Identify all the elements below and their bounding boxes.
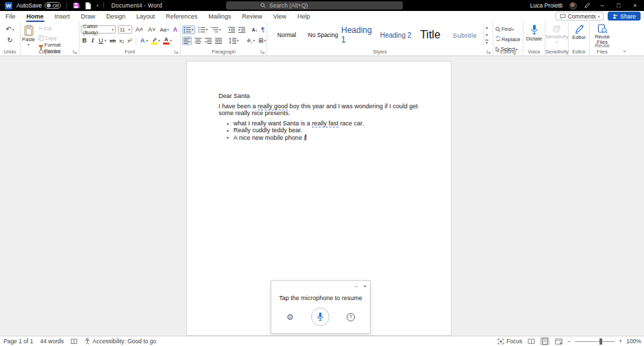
gallery-expand-icon[interactable]: ▼: [485, 40, 488, 45]
editor-button[interactable]: Editor: [570, 23, 588, 40]
word-count[interactable]: 44 words: [40, 338, 64, 345]
highlight-button[interactable]: ▾: [151, 36, 161, 45]
tab-design[interactable]: Design: [101, 11, 131, 22]
shading-button[interactable]: ▾: [245, 36, 256, 45]
gallery-up-icon[interactable]: ▲: [485, 25, 488, 29]
sort-button[interactable]: A↓: [251, 25, 259, 34]
salutation-line[interactable]: Dear Santa: [219, 93, 424, 100]
collapse-ribbon-icon[interactable]: ⌄: [622, 47, 627, 53]
text-effects-button[interactable]: A▾: [139, 36, 149, 45]
font-dialog-launcher[interactable]: [174, 49, 179, 54]
tab-layout[interactable]: Layout: [131, 11, 160, 22]
show-hide-marks-button[interactable]: ¶: [260, 25, 265, 34]
clear-formatting-button[interactable]: A: [171, 25, 179, 34]
tab-mailings[interactable]: Mailings: [203, 11, 236, 22]
popup-close-button[interactable]: ×: [363, 283, 367, 289]
accessibility-status[interactable]: Accessibility: Good to go: [84, 338, 156, 345]
align-right-button[interactable]: [204, 36, 212, 45]
tab-help[interactable]: Help: [292, 11, 316, 22]
close-button[interactable]: ×: [630, 2, 640, 9]
print-layout-button[interactable]: [540, 337, 549, 345]
font-color-button[interactable]: A▾: [162, 36, 173, 45]
avatar[interactable]: [569, 2, 577, 10]
zoom-slider[interactable]: [575, 341, 615, 342]
tab-draw[interactable]: Draw: [75, 11, 101, 22]
grammar-flagged-text[interactable]: really fast: [312, 120, 338, 127]
strikethrough-button[interactable]: ab: [109, 36, 116, 45]
new-document-icon[interactable]: [85, 2, 91, 10]
styles-dialog-launcher[interactable]: [486, 49, 491, 54]
copy-button[interactable]: Copy: [38, 34, 77, 42]
numbering-button[interactable]: ▾: [197, 25, 209, 34]
grow-font-button[interactable]: A˄: [134, 25, 145, 34]
web-layout-button[interactable]: [554, 337, 563, 345]
pen-mode-icon[interactable]: [584, 2, 591, 9]
style-no-spacing[interactable]: No Spacing: [305, 24, 341, 46]
undo-button[interactable]: ↶▾: [5, 25, 15, 34]
intro-paragraph[interactable]: I have been a really good boy this year …: [219, 103, 424, 116]
style-normal[interactable]: Normal: [269, 24, 305, 46]
zoom-level[interactable]: 100%: [626, 338, 641, 345]
tab-insert[interactable]: Insert: [49, 11, 76, 22]
styles-gallery-scroll[interactable]: ▲ ▼ ▼: [483, 24, 490, 46]
qat-customize-icon[interactable]: ▾: [97, 3, 99, 8]
document-text[interactable]: Dear Santa I have been a really good boy…: [219, 93, 424, 141]
read-mode-button[interactable]: [526, 337, 536, 345]
line-spacing-button[interactable]: ▾: [228, 36, 240, 45]
paragraph-dialog-launcher[interactable]: [260, 49, 265, 54]
paste-button[interactable]: Paste ▾: [22, 24, 35, 52]
style-heading-1[interactable]: Heading 1: [341, 24, 377, 46]
list-item[interactable]: • A nice new mobile phone (: [227, 134, 424, 141]
proofing-status[interactable]: [71, 338, 77, 345]
save-icon[interactable]: [73, 2, 79, 9]
zoom-slider-handle[interactable]: [599, 338, 602, 345]
focus-mode-button[interactable]: Focus: [497, 338, 522, 345]
page-indicator[interactable]: Page 1 of 1: [3, 338, 33, 345]
font-family-select[interactable]: Calibri (Body)▾: [81, 25, 116, 34]
bullets-button[interactable]: ▾: [182, 25, 195, 34]
gallery-down-icon[interactable]: ▼: [485, 33, 488, 37]
change-case-button[interactable]: Aa▾: [159, 25, 169, 34]
style-heading-2[interactable]: Heading 2: [377, 24, 414, 46]
redo-button[interactable]: ↻: [6, 36, 13, 45]
find-button[interactable]: Find▾: [495, 25, 521, 34]
zoom-in-button[interactable]: +: [619, 338, 622, 345]
zoom-out-button[interactable]: −: [567, 338, 571, 345]
multilevel-list-button[interactable]: ▾: [210, 25, 222, 34]
superscript-button[interactable]: x²: [127, 36, 133, 45]
minimize-button[interactable]: –: [597, 2, 607, 9]
autosave-control[interactable]: AutoSave Off: [16, 2, 61, 9]
cut-button[interactable]: ✂Cut: [38, 24, 77, 33]
dictation-microphone-button[interactable]: [311, 308, 330, 326]
clipboard-dialog-launcher[interactable]: [73, 49, 77, 54]
style-subtitle[interactable]: Subtitle: [447, 24, 483, 46]
underline-button[interactable]: U▾: [97, 36, 107, 45]
sensitivity-button[interactable]: Sensitivity ▾: [547, 23, 567, 45]
popup-minimize-button[interactable]: –: [355, 283, 358, 289]
word-app-icon[interactable]: W: [5, 2, 12, 10]
search-input[interactable]: Search (Alt+Q): [226, 1, 403, 10]
dictation-popup[interactable]: – × Tap the microphone to resume ⚙ ?: [271, 280, 371, 334]
font-size-select[interactable]: 11▾: [118, 25, 132, 34]
shrink-font-button[interactable]: A˅: [147, 25, 157, 34]
decrease-indent-button[interactable]: [227, 25, 236, 34]
autosave-toggle[interactable]: Off: [45, 2, 61, 9]
tab-home[interactable]: Home: [21, 11, 49, 22]
comments-button[interactable]: Comments ▾: [556, 12, 604, 21]
maximize-button[interactable]: □: [614, 2, 623, 9]
bullet-list[interactable]: • what I really want Santa is a really f…: [219, 121, 424, 141]
share-button[interactable]: Share: [608, 12, 641, 21]
dictation-settings-icon[interactable]: ⚙: [286, 312, 294, 322]
replace-button[interactable]: Replace: [495, 35, 521, 44]
style-title[interactable]: Title: [414, 24, 447, 46]
justify-button[interactable]: [214, 36, 223, 45]
italic-button[interactable]: I: [90, 36, 96, 45]
bold-button[interactable]: B: [81, 36, 88, 45]
tab-file[interactable]: File: [0, 11, 21, 22]
borders-button[interactable]: ⊞▾: [258, 36, 267, 45]
tab-view[interactable]: View: [268, 11, 292, 22]
subscript-button[interactable]: x₂: [119, 36, 125, 45]
user-name[interactable]: Luca Proietti: [530, 2, 562, 9]
align-center-button[interactable]: [194, 36, 202, 45]
dictation-help-button[interactable]: ?: [347, 313, 355, 321]
